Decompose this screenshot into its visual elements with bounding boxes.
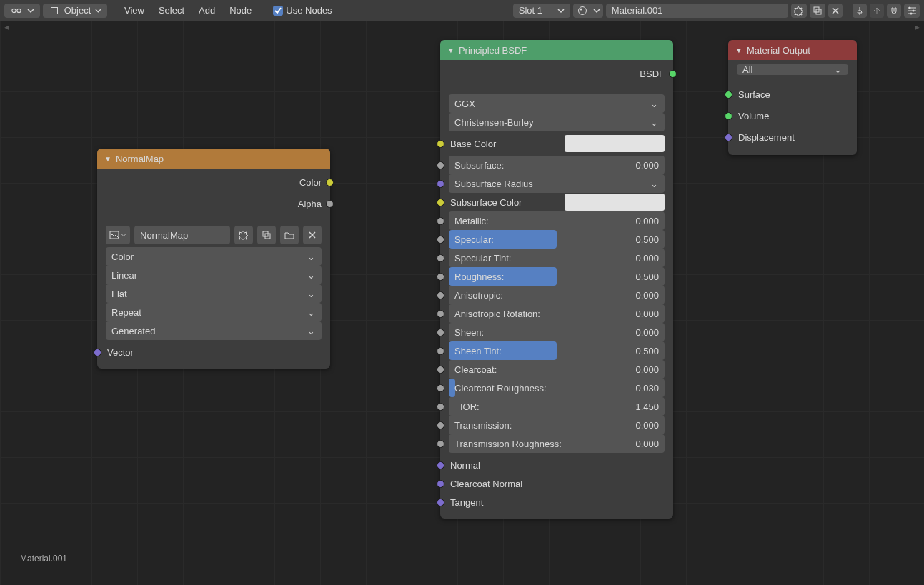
input-base-color: Base Color xyxy=(449,134,665,153)
value-slider[interactable]: Subsurface:0.000 xyxy=(449,156,665,174)
chevron-down-icon: ⌄ xyxy=(833,64,843,75)
open-image-button[interactable] xyxy=(280,226,299,244)
collapse-icon: ▼ xyxy=(104,155,111,163)
chevron-down-icon: ⌄ xyxy=(306,251,316,262)
value-slider[interactable]: Clearcoat Roughness:0.030 xyxy=(449,379,665,397)
node-title[interactable]: ▼ Principled BSDF xyxy=(440,40,673,60)
unlink-button[interactable] xyxy=(828,4,843,18)
socket[interactable] xyxy=(437,291,444,299)
socket[interactable] xyxy=(437,440,444,448)
socket[interactable] xyxy=(437,310,444,318)
socket[interactable] xyxy=(437,236,444,244)
value-slider[interactable]: Transmission:0.000 xyxy=(449,416,665,434)
collapse-icon: ▼ xyxy=(735,46,742,54)
node-principled-bsdf[interactable]: ▼ Principled BSDF BSDF GGX⌄Christensen-B… xyxy=(440,40,673,519)
svg-point-7 xyxy=(909,6,911,9)
new-datablock-button[interactable] xyxy=(791,4,807,18)
socket[interactable] xyxy=(437,347,444,355)
node-title[interactable]: ▼ NormalMap xyxy=(97,149,330,169)
value-slider[interactable]: Transmission Roughness:0.000 xyxy=(449,434,665,453)
color-swatch[interactable] xyxy=(565,194,665,211)
socket[interactable] xyxy=(437,161,444,169)
menu-add[interactable]: Add xyxy=(192,5,222,16)
material-sphere-icon xyxy=(576,4,589,17)
output-bsdf: BSDF xyxy=(449,64,665,83)
pin-icon xyxy=(855,6,864,15)
socket[interactable] xyxy=(725,112,732,120)
value-slider[interactable]: Specular:0.500 xyxy=(449,230,665,249)
value-slider[interactable]: IOR:1.450 xyxy=(449,397,665,416)
socket[interactable] xyxy=(437,140,444,148)
chevron-down-icon xyxy=(95,7,101,14)
node-editor-icon xyxy=(10,4,23,17)
mode-dropdown[interactable]: Object xyxy=(43,4,107,18)
value-slider[interactable]: Roughness:0.500 xyxy=(449,267,665,286)
socket[interactable] xyxy=(437,480,444,488)
parent-node-button[interactable] xyxy=(870,4,884,18)
socket-alpha[interactable] xyxy=(326,200,334,208)
socket[interactable] xyxy=(437,180,444,188)
image-name-field[interactable]: NormalMap xyxy=(134,226,230,244)
socket[interactable] xyxy=(437,499,444,506)
socket[interactable] xyxy=(437,217,444,225)
socket-vector[interactable] xyxy=(94,349,101,356)
svg-point-9 xyxy=(910,12,913,14)
dropdown[interactable]: Generated⌄ xyxy=(106,321,322,340)
socket[interactable] xyxy=(437,421,444,429)
checkbox-checked-icon xyxy=(273,6,283,16)
value-slider[interactable]: Specular Tint:0.000 xyxy=(449,249,665,267)
value-slider[interactable]: Anisotropic Rotation:0.000 xyxy=(449,304,665,323)
value-slider[interactable]: Anisotropic:0.000 xyxy=(449,286,665,304)
socket[interactable] xyxy=(437,403,444,411)
menu-node[interactable]: Node xyxy=(222,5,259,16)
new-image-button[interactable] xyxy=(234,226,253,244)
socket-color[interactable] xyxy=(326,179,334,186)
subsurface-radius-dropdown[interactable]: Subsurface Radius⌄ xyxy=(449,174,665,193)
value-slider[interactable]: Sheen Tint:0.500 xyxy=(449,341,665,360)
slider-row: Subsurface:0.000 xyxy=(449,156,665,174)
snap-button[interactable] xyxy=(887,4,901,18)
socket-bsdf[interactable] xyxy=(669,70,677,78)
socket[interactable] xyxy=(437,384,444,392)
node-normalmap[interactable]: ▼ NormalMap Color Alpha NormalMap Color⌄… xyxy=(97,149,330,369)
material-browse-button[interactable] xyxy=(573,4,603,18)
slider-row: IOR:1.450 xyxy=(449,397,665,416)
menu-view[interactable]: View xyxy=(117,5,151,16)
socket[interactable] xyxy=(437,366,444,374)
value-slider[interactable]: Metallic:0.000 xyxy=(449,211,665,230)
menu-select[interactable]: Select xyxy=(151,5,192,16)
material-name-field[interactable]: Material.001 xyxy=(606,4,788,18)
unlink-image-button[interactable] xyxy=(303,226,322,244)
socket[interactable] xyxy=(437,273,444,281)
use-nodes-toggle[interactable]: Use Nodes xyxy=(269,5,336,16)
pin-button[interactable] xyxy=(853,4,867,18)
socket[interactable] xyxy=(437,254,444,262)
dropdown[interactable]: Linear⌄ xyxy=(106,266,322,284)
color-swatch[interactable] xyxy=(565,135,665,152)
dropdown[interactable]: Christensen-Burley⌄ xyxy=(449,113,665,131)
socket[interactable] xyxy=(437,329,444,336)
overlay-button[interactable] xyxy=(904,4,920,18)
editor-type-button[interactable] xyxy=(4,4,40,18)
dropdown[interactable]: Flat⌄ xyxy=(106,284,322,303)
dropdown[interactable]: Repeat⌄ xyxy=(106,303,322,321)
duplicate-image-button[interactable] xyxy=(257,226,276,244)
dropdown[interactable]: Color⌄ xyxy=(106,247,322,266)
image-browse-button[interactable] xyxy=(106,226,130,244)
slider-row: Specular Tint:0.000 xyxy=(449,249,665,267)
svg-point-1 xyxy=(17,9,21,12)
chevron-down-icon xyxy=(27,7,34,14)
node-title[interactable]: ▼ Material Output xyxy=(728,40,857,60)
socket[interactable] xyxy=(725,91,732,99)
horizontal-scroll[interactable]: ◄ ► xyxy=(0,21,924,33)
target-dropdown[interactable]: All ⌄ xyxy=(737,64,848,75)
socket[interactable] xyxy=(437,461,444,469)
slot-dropdown[interactable]: Slot 1 xyxy=(513,4,570,18)
dropdown[interactable]: GGX⌄ xyxy=(449,94,665,113)
value-slider[interactable]: Sheen:0.000 xyxy=(449,323,665,341)
socket[interactable] xyxy=(437,199,444,206)
value-slider[interactable]: Clearcoat:0.000 xyxy=(449,360,665,379)
duplicate-button[interactable] xyxy=(810,4,825,18)
socket[interactable] xyxy=(725,134,732,141)
node-material-output[interactable]: ▼ Material Output All ⌄ SurfaceVolumeDis… xyxy=(728,40,857,155)
